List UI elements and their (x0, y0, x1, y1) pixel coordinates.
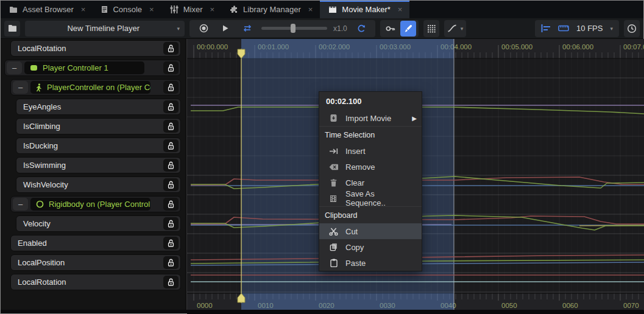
track-row-wishvelocity[interactable]: WishVelocity (16, 176, 181, 193)
close-icon[interactable]: × (81, 5, 86, 14)
track-label: PlayerController on (Player Cor (47, 83, 150, 92)
lock-button[interactable] (163, 237, 179, 249)
lock-icon (168, 103, 174, 111)
ruler-icon[interactable] (558, 25, 569, 32)
lock-button[interactable] (163, 198, 179, 211)
grid-snap-button[interactable] (423, 20, 439, 37)
tab-movie-maker[interactable]: Movie Maker*× (320, 1, 409, 18)
lock-icon (168, 83, 174, 91)
sync-icon (357, 24, 366, 33)
brush-button[interactable] (400, 21, 416, 37)
menu-item-label: Save As Sequence.. (345, 189, 417, 208)
track-row-enabled[interactable]: Enabled (10, 235, 181, 251)
folder-icon (9, 6, 18, 13)
tab-asset-browser[interactable]: Asset Browser× (1, 1, 93, 18)
playback-speed-slider[interactable] (261, 27, 327, 30)
track-label: LocalRotation (11, 277, 163, 287)
close-icon[interactable]: × (210, 5, 214, 14)
menu-item-cut[interactable]: Cut (319, 223, 422, 239)
time-display-button[interactable] (624, 20, 640, 37)
lock-icon (168, 122, 174, 130)
loop-icon (242, 24, 252, 32)
track-row-velocity[interactable]: Velocity (16, 215, 181, 232)
track-row-eyeangles[interactable]: EyeAngles (16, 99, 181, 115)
cut-icon (328, 228, 339, 236)
open-folder-button[interactable] (4, 21, 20, 37)
toolbar: New Timeline Player ▾ x1.0 (1, 18, 643, 39)
keyframe-tools-group (380, 20, 419, 37)
tab-label: Console (113, 5, 142, 14)
track-name-chip[interactable]: Rigidbody on (Player Controlle (30, 198, 150, 211)
time-selection-ruler-bottom (241, 293, 454, 310)
track-row-isducking[interactable]: IsDucking (16, 138, 181, 154)
record-icon (199, 24, 208, 33)
track-row-isswimming[interactable]: IsSwimming (16, 157, 181, 173)
track-name-chip[interactable]: PlayerController on (Player Cor (30, 81, 150, 94)
bottom-strip (1, 310, 643, 313)
collapse-button[interactable]: – (13, 81, 28, 94)
track-label: Velocity (16, 219, 163, 228)
close-icon[interactable]: × (398, 5, 403, 14)
lock-button[interactable] (163, 217, 179, 230)
lock-icon (168, 200, 174, 208)
track-name-chip[interactable]: Player Controller 1 (24, 61, 144, 74)
context-menu: 00:02.100Import Movie▶Time SelectionInse… (319, 91, 422, 271)
gameobject-icon (30, 65, 38, 71)
track-row-localrotation[interactable]: LocalRotation (10, 40, 181, 57)
record-button[interactable] (196, 21, 211, 37)
lock-button[interactable] (163, 42, 179, 55)
track-row-isclimbing[interactable]: IsClimbing (16, 118, 181, 134)
sync-button[interactable] (353, 21, 369, 37)
lock-button[interactable] (163, 178, 179, 191)
lock-button[interactable] (163, 276, 179, 288)
menu-item-insert[interactable]: Insert (319, 143, 422, 159)
loop-button[interactable] (239, 21, 255, 37)
lock-button[interactable] (163, 100, 179, 113)
curve-icon (447, 24, 457, 32)
collapse-button[interactable]: – (13, 198, 28, 211)
lock-button[interactable] (163, 81, 179, 94)
chevron-down-icon: ▾ (177, 26, 180, 32)
menu-item-clear[interactable]: Clear (319, 175, 422, 190)
lock-button[interactable] (163, 159, 179, 172)
menu-item-label: Remove (345, 162, 375, 172)
frame-tick-label: 0000 (197, 302, 213, 309)
menu-item-import-movie[interactable]: Import Movie▶ (319, 110, 422, 126)
time-tick-label: 00:00.000 (197, 43, 228, 51)
slider-handle[interactable] (291, 24, 295, 33)
timeline-player-label: New Timeline Player (30, 24, 177, 33)
track-row-localposition[interactable]: LocalPosition (10, 254, 181, 271)
tab-mixer[interactable]: Mixer× (161, 1, 222, 18)
key-button[interactable] (383, 21, 398, 37)
menu-section-time-selection: Time Selection (319, 126, 422, 143)
paste-icon (328, 259, 339, 267)
interpolation-dropdown[interactable]: ▾ (444, 20, 467, 37)
submenu-arrow-icon: ▶ (412, 115, 417, 122)
play-button[interactable] (218, 21, 233, 37)
tab-label: Mixer (183, 5, 203, 14)
menu-item-remove[interactable]: Remove (319, 159, 422, 175)
close-icon[interactable]: × (149, 5, 154, 14)
fps-label[interactable]: 10 FPS (576, 24, 603, 33)
chevron-down-icon: ▾ (610, 26, 613, 32)
lock-button[interactable] (163, 256, 179, 269)
tab-library-manager[interactable]: Library Manager× (222, 1, 320, 18)
tab-console[interactable]: Console× (93, 1, 161, 18)
collapse-button[interactable]: – (7, 61, 22, 74)
playback-group: x1.0 (189, 20, 375, 37)
lock-button[interactable] (163, 120, 179, 133)
timeline-player-select[interactable]: New Timeline Player ▾ (25, 21, 185, 37)
menu-item-copy[interactable]: Copy (319, 239, 422, 255)
menu-item-save-as-sequence[interactable]: Save As Sequence.. (319, 190, 422, 206)
lock-button[interactable] (163, 139, 179, 152)
align-left-icon[interactable] (541, 24, 551, 32)
track-row-localrotation[interactable]: LocalRotation (10, 274, 181, 290)
track-row-rigidbody-on-player-controlle[interactable]: –Rigidbody on (Player Controlle (10, 196, 181, 212)
close-icon[interactable]: × (308, 5, 313, 14)
menu-item-paste[interactable]: Paste (319, 255, 422, 271)
track-row-playercontroller-on-player-cor[interactable]: –PlayerController on (Player Cor (10, 79, 181, 96)
lock-icon (168, 239, 174, 247)
track-row-player-controller-1[interactable]: –Player Controller 1 (4, 60, 181, 76)
lock-button[interactable] (163, 61, 179, 74)
track-label: IsClimbing (16, 122, 163, 131)
